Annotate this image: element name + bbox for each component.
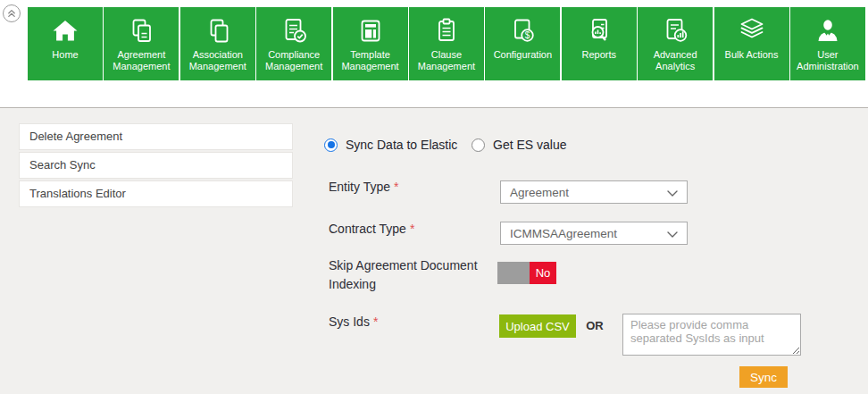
sidebar-item-delete-agreement[interactable]: Delete Agreement bbox=[19, 123, 293, 150]
upload-csv-button[interactable]: Upload CSV bbox=[499, 314, 576, 338]
skip-indexing-toggle[interactable]: No bbox=[497, 262, 556, 284]
toggle-knob[interactable] bbox=[497, 262, 530, 284]
nav-tile-label: Template Management bbox=[333, 49, 408, 72]
chevron-down-icon bbox=[667, 186, 678, 199]
sidebar-item-search-sync[interactable]: Search Sync bbox=[19, 152, 293, 179]
nav-tile-configuration[interactable]: $ Configuration bbox=[485, 7, 560, 80]
entity-type-label: Entity Type* bbox=[329, 175, 398, 198]
nav-tile-advanced-analytics[interactable]: Advanced Analytics bbox=[638, 7, 713, 80]
nav-tile-compliance-management[interactable]: Compliance Management bbox=[256, 7, 331, 80]
bulk-actions-icon bbox=[737, 13, 767, 48]
home-icon bbox=[50, 13, 80, 48]
nav-tile-user-administration[interactable]: User Administration bbox=[790, 7, 865, 80]
nav-tile-label: Compliance Management bbox=[256, 49, 331, 72]
nav-tile-agreement-management[interactable]: Agreement Management bbox=[104, 7, 179, 80]
svg-text:$: $ bbox=[525, 30, 530, 40]
required-asterisk: * bbox=[410, 222, 414, 236]
nav-tile-label: Association Management bbox=[180, 49, 255, 72]
nav-tile-reports[interactable]: Reports bbox=[562, 7, 637, 80]
radio-option-label: Get ES value bbox=[493, 138, 567, 152]
nav-tile-label: Home bbox=[50, 49, 79, 61]
sidebar-item-translations-editor[interactable]: Translations Editor bbox=[19, 180, 293, 207]
nav-tile-label: Clause Management bbox=[409, 49, 484, 72]
chevron-down-icon bbox=[667, 227, 678, 240]
nav-tile-clause-management[interactable]: Clause Management bbox=[409, 7, 484, 80]
collapse-up-icon bbox=[4, 5, 19, 22]
sync-button[interactable]: Sync bbox=[739, 366, 788, 388]
radio-option-label: Sync Data to Elastic bbox=[346, 138, 457, 152]
toggle-state-label: No bbox=[530, 262, 556, 284]
sidebar-menu: Delete Agreement Search Sync Translation… bbox=[19, 123, 293, 209]
user-administration-icon bbox=[813, 13, 843, 48]
contract-type-selected-value: ICMMSAAgreement bbox=[510, 227, 617, 240]
agreement-management-icon bbox=[126, 13, 156, 48]
nav-tile-label: Advanced Analytics bbox=[638, 49, 713, 72]
skip-indexing-label: Skip Agreement Document Indexing bbox=[329, 256, 507, 294]
radio-unselected-icon[interactable] bbox=[472, 138, 485, 152]
clause-management-icon bbox=[431, 13, 462, 48]
nav-tile-template-management[interactable]: Template Management bbox=[333, 7, 408, 80]
main-navigation: Home Agreement Management Association Ma… bbox=[28, 7, 865, 80]
radio-selected-icon[interactable] bbox=[324, 138, 338, 152]
nav-tile-label: Reports bbox=[580, 49, 618, 61]
contract-type-select[interactable]: ICMMSAAgreement bbox=[500, 222, 688, 245]
nav-tile-bulk-actions[interactable]: Bulk Actions bbox=[714, 7, 789, 80]
reports-icon bbox=[584, 13, 614, 48]
entity-type-selected-value: Agreement bbox=[510, 186, 569, 199]
advanced-analytics-icon bbox=[660, 13, 690, 48]
nav-tile-association-management[interactable]: Association Management bbox=[180, 7, 255, 80]
radio-option-get-es-value[interactable]: Get ES value bbox=[472, 138, 567, 152]
nav-tile-label: Agreement Management bbox=[104, 49, 179, 72]
template-management-icon bbox=[355, 13, 386, 48]
collapse-nav-button[interactable] bbox=[3, 4, 21, 22]
radio-option-sync-data-to-elastic[interactable]: Sync Data to Elastic bbox=[324, 138, 457, 152]
app-window: Home Agreement Management Association Ma… bbox=[0, 0, 868, 394]
nav-tile-label: Configuration bbox=[492, 49, 554, 61]
entity-type-select[interactable]: Agreement bbox=[500, 180, 688, 204]
nav-tile-home[interactable]: Home bbox=[28, 7, 103, 80]
sys-ids-input[interactable] bbox=[622, 314, 801, 356]
nav-tile-label: User Administration bbox=[790, 49, 865, 72]
nav-tile-label: Bulk Actions bbox=[723, 49, 780, 61]
required-asterisk: * bbox=[373, 314, 378, 329]
compliance-management-icon bbox=[279, 13, 309, 48]
configuration-icon: $ bbox=[507, 13, 538, 48]
sys-ids-label: Sys Ids* bbox=[329, 310, 378, 333]
or-separator-label: OR bbox=[580, 314, 609, 338]
content-area: Delete Agreement Search Sync Translation… bbox=[0, 108, 868, 394]
association-management-icon bbox=[203, 13, 233, 48]
contract-type-label: Contract Type* bbox=[329, 217, 414, 240]
required-asterisk: * bbox=[394, 180, 398, 194]
